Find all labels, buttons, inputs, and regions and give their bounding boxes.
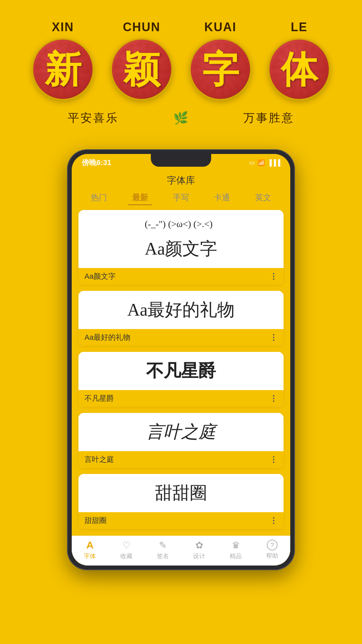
char-xin-hanzi: 新 [45, 51, 81, 88]
font-name-2: 不凡星爵 [84, 393, 114, 404]
subtitle-left: 平安喜乐 [68, 110, 119, 126]
tab-hot[interactable]: 热门 [87, 191, 111, 205]
char-le-hanzi: 体 [281, 51, 318, 88]
char-chun-hanzi: 颖 [123, 51, 160, 88]
font-name-bar-2: 不凡星爵 ⋮ [78, 390, 284, 407]
char-kuai-hanzi: 字 [202, 51, 239, 88]
font-name-0: Aa颜文字 [84, 271, 116, 281]
char-le: LE 体 [268, 20, 330, 100]
subtitle-right: 万事胜意 [243, 110, 294, 126]
circle-le: 体 [268, 38, 330, 100]
more-icon-2[interactable]: ⋮ [269, 394, 278, 403]
nav-label-design: 设计 [193, 552, 205, 560]
font-name-bar-1: Aa最好的礼物 ⋮ [78, 329, 284, 346]
design-icon: ✿ [195, 540, 203, 551]
tab-latest[interactable]: 最新 [128, 191, 152, 205]
char-xin: XIN 新 [32, 20, 94, 100]
font-preview-4: 甜甜圈 [78, 474, 284, 512]
heart-icon: ♡ [122, 540, 131, 551]
font-preview-text-4: 甜甜圈 [155, 481, 207, 505]
bottom-nav: A 字体 ♡ 收藏 ✎ 签名 ✿ 设计 ♛ 精品 [72, 536, 290, 566]
tab-handwrite[interactable]: 手写 [169, 191, 193, 205]
pinyin-le: LE [291, 20, 307, 34]
pinyin-xin: XIN [52, 20, 74, 34]
nav-favorites[interactable]: ♡ 收藏 [108, 540, 145, 560]
font-preview-1: Aa最好的礼物 [78, 291, 284, 329]
help-icon: ? [267, 540, 278, 550]
pinyin-chun: CHUN [123, 20, 161, 34]
font-name-bar-4: 甜甜圈 ⋮ [78, 512, 284, 529]
font-name-bar-0: Aa颜文字 ⋮ [78, 268, 284, 285]
font-name-bar-3: 言叶之庭 ⋮ [78, 451, 284, 468]
nav-label-premium: 精品 [230, 552, 242, 560]
nav-label-signature: 签名 [157, 552, 169, 560]
circle-kuai: 字 [189, 38, 251, 100]
nav-label-favorites: 收藏 [120, 552, 132, 560]
nav-fonts[interactable]: A 字体 [72, 539, 108, 560]
tabs-bar[interactable]: 热门 最新 手写 卡通 英文 [72, 191, 290, 210]
lotus-icon: 🌿 [173, 111, 188, 125]
nav-signature[interactable]: ✎ 签名 [144, 540, 181, 560]
phone-frame: 傍晚6:31 ▭ 📶 ▐▐▐ 字体库 热门 最新 手写 卡通 英文 [67, 149, 295, 570]
more-icon-1[interactable]: ⋮ [269, 333, 278, 342]
more-icon-3[interactable]: ⋮ [269, 455, 278, 464]
circle-xin: 新 [32, 38, 94, 100]
status-time: 傍晚6:31 [82, 158, 111, 168]
more-icon-0[interactable]: ⋮ [269, 272, 278, 281]
font-card-3[interactable]: 言叶之庭 言叶之庭 ⋮ [78, 413, 284, 468]
font-preview-text-0: (-_-") (>ω<) (>.<)Aa颜文字 [145, 217, 218, 261]
char-chun: CHUN 颖 [111, 20, 173, 100]
font-name-3: 言叶之庭 [84, 454, 114, 465]
nav-design[interactable]: ✿ 设计 [181, 540, 218, 560]
status-bar: 傍晚6:31 ▭ 📶 ▐▐▐ [72, 154, 290, 171]
tab-english[interactable]: 英文 [251, 191, 275, 205]
nav-premium[interactable]: ♛ 精品 [218, 540, 254, 560]
font-preview-0: (-_-") (>ω<) (>.<)Aa颜文字 [78, 210, 284, 268]
app-title: 字体库 [72, 171, 290, 191]
font-card-4[interactable]: 甜甜圈 甜甜圈 ⋮ [78, 474, 284, 529]
tab-cartoon[interactable]: 卡通 [210, 191, 234, 205]
font-card-1[interactable]: Aa最好的礼物 Aa最好的礼物 ⋮ [78, 291, 284, 346]
status-icons: ▭ 📶 ▐▐▐ [249, 159, 280, 166]
font-preview-text-3: 言叶之庭 [146, 420, 216, 444]
circle-chun: 颖 [111, 38, 173, 100]
nav-label-help: 帮助 [266, 552, 278, 560]
subtitle-row: 平安喜乐 🌿 万事胜意 [13, 104, 349, 129]
font-list: (-_-") (>ω<) (>.<)Aa颜文字 Aa颜文字 ⋮ Aa最好的礼物 … [72, 210, 290, 536]
font-preview-text-1: Aa最好的礼物 [127, 298, 235, 322]
font-name-1: Aa最好的礼物 [84, 332, 130, 342]
nav-help[interactable]: ? 帮助 [254, 540, 290, 560]
banner: XIN 新 CHU [0, 0, 362, 139]
nav-label-fonts: 字体 [84, 552, 96, 560]
font-card-0[interactable]: (-_-") (>ω<) (>.<)Aa颜文字 Aa颜文字 ⋮ [78, 210, 284, 285]
phone-wrapper: 傍晚6:31 ▭ 📶 ▐▐▐ 字体库 热门 最新 手写 卡通 英文 [0, 149, 362, 584]
crown-icon: ♛ [232, 540, 240, 551]
battery-icon: ▭ [249, 159, 255, 166]
font-name-4: 甜甜圈 [84, 516, 107, 526]
font-preview-2: 不凡星爵 [78, 352, 284, 390]
font-preview-text-2: 不凡星爵 [146, 359, 216, 383]
pinyin-chars-row: XIN 新 CHU [13, 20, 349, 100]
wifi-icon: 📶 [257, 159, 265, 166]
font-card-2[interactable]: 不凡星爵 不凡星爵 ⋮ [78, 352, 284, 407]
font-preview-3: 言叶之庭 [78, 413, 284, 451]
pinyin-kuai: KUAI [204, 20, 237, 34]
char-kuai: KUAI 字 [189, 20, 251, 100]
fonts-icon: A [86, 539, 94, 551]
signal-icon: ▐▐▐ [267, 159, 280, 166]
notch [151, 154, 211, 167]
pen-icon: ✎ [159, 540, 167, 551]
phone-screen: 傍晚6:31 ▭ 📶 ▐▐▐ 字体库 热门 最新 手写 卡通 英文 [72, 154, 290, 566]
more-icon-4[interactable]: ⋮ [269, 516, 278, 525]
